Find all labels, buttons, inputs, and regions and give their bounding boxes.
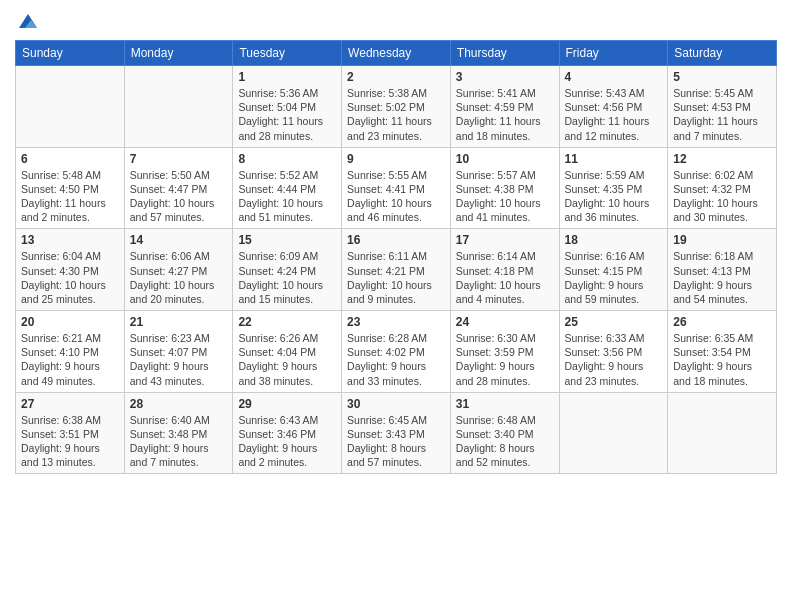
day-number: 27: [21, 397, 119, 411]
calendar-cell: [16, 66, 125, 148]
weekday-header-monday: Monday: [124, 41, 233, 66]
calendar-cell: 16Sunrise: 6:11 AMSunset: 4:21 PMDayligh…: [342, 229, 451, 311]
day-detail: Sunrise: 5:36 AMSunset: 5:04 PMDaylight:…: [238, 86, 336, 143]
day-number: 9: [347, 152, 445, 166]
page-header: [15, 10, 777, 32]
calendar-cell: [559, 392, 668, 474]
weekday-header-friday: Friday: [559, 41, 668, 66]
day-detail: Sunrise: 5:38 AMSunset: 5:02 PMDaylight:…: [347, 86, 445, 143]
day-number: 13: [21, 233, 119, 247]
calendar-cell: 31Sunrise: 6:48 AMSunset: 3:40 PMDayligh…: [450, 392, 559, 474]
day-detail: Sunrise: 6:21 AMSunset: 4:10 PMDaylight:…: [21, 331, 119, 388]
calendar-cell: 17Sunrise: 6:14 AMSunset: 4:18 PMDayligh…: [450, 229, 559, 311]
calendar-cell: 6Sunrise: 5:48 AMSunset: 4:50 PMDaylight…: [16, 147, 125, 229]
day-detail: Sunrise: 6:35 AMSunset: 3:54 PMDaylight:…: [673, 331, 771, 388]
calendar-cell: 27Sunrise: 6:38 AMSunset: 3:51 PMDayligh…: [16, 392, 125, 474]
day-number: 24: [456, 315, 554, 329]
day-detail: Sunrise: 5:55 AMSunset: 4:41 PMDaylight:…: [347, 168, 445, 225]
calendar-cell: 3Sunrise: 5:41 AMSunset: 4:59 PMDaylight…: [450, 66, 559, 148]
day-number: 4: [565, 70, 663, 84]
day-number: 20: [21, 315, 119, 329]
calendar-week-3: 13Sunrise: 6:04 AMSunset: 4:30 PMDayligh…: [16, 229, 777, 311]
calendar-cell: 22Sunrise: 6:26 AMSunset: 4:04 PMDayligh…: [233, 311, 342, 393]
calendar-cell: 28Sunrise: 6:40 AMSunset: 3:48 PMDayligh…: [124, 392, 233, 474]
calendar-cell: 2Sunrise: 5:38 AMSunset: 5:02 PMDaylight…: [342, 66, 451, 148]
calendar-cell: 23Sunrise: 6:28 AMSunset: 4:02 PMDayligh…: [342, 311, 451, 393]
day-number: 7: [130, 152, 228, 166]
day-number: 10: [456, 152, 554, 166]
day-number: 8: [238, 152, 336, 166]
calendar-cell: 8Sunrise: 5:52 AMSunset: 4:44 PMDaylight…: [233, 147, 342, 229]
calendar-cell: 29Sunrise: 6:43 AMSunset: 3:46 PMDayligh…: [233, 392, 342, 474]
calendar-cell: 1Sunrise: 5:36 AMSunset: 5:04 PMDaylight…: [233, 66, 342, 148]
day-detail: Sunrise: 6:48 AMSunset: 3:40 PMDaylight:…: [456, 413, 554, 470]
calendar-cell: 9Sunrise: 5:55 AMSunset: 4:41 PMDaylight…: [342, 147, 451, 229]
day-number: 6: [21, 152, 119, 166]
day-number: 16: [347, 233, 445, 247]
day-number: 28: [130, 397, 228, 411]
day-detail: Sunrise: 5:52 AMSunset: 4:44 PMDaylight:…: [238, 168, 336, 225]
calendar-week-2: 6Sunrise: 5:48 AMSunset: 4:50 PMDaylight…: [16, 147, 777, 229]
calendar-cell: 11Sunrise: 5:59 AMSunset: 4:35 PMDayligh…: [559, 147, 668, 229]
day-detail: Sunrise: 6:43 AMSunset: 3:46 PMDaylight:…: [238, 413, 336, 470]
day-number: 22: [238, 315, 336, 329]
day-detail: Sunrise: 5:41 AMSunset: 4:59 PMDaylight:…: [456, 86, 554, 143]
weekday-header-wednesday: Wednesday: [342, 41, 451, 66]
calendar-cell: [124, 66, 233, 148]
calendar-cell: [668, 392, 777, 474]
day-number: 31: [456, 397, 554, 411]
day-number: 3: [456, 70, 554, 84]
day-detail: Sunrise: 6:04 AMSunset: 4:30 PMDaylight:…: [21, 249, 119, 306]
calendar-week-1: 1Sunrise: 5:36 AMSunset: 5:04 PMDaylight…: [16, 66, 777, 148]
calendar-cell: 15Sunrise: 6:09 AMSunset: 4:24 PMDayligh…: [233, 229, 342, 311]
weekday-row: SundayMondayTuesdayWednesdayThursdayFrid…: [16, 41, 777, 66]
weekday-header-tuesday: Tuesday: [233, 41, 342, 66]
calendar-cell: 14Sunrise: 6:06 AMSunset: 4:27 PMDayligh…: [124, 229, 233, 311]
calendar-cell: 21Sunrise: 6:23 AMSunset: 4:07 PMDayligh…: [124, 311, 233, 393]
calendar-cell: 10Sunrise: 5:57 AMSunset: 4:38 PMDayligh…: [450, 147, 559, 229]
page-container: SundayMondayTuesdayWednesdayThursdayFrid…: [0, 0, 792, 484]
day-number: 14: [130, 233, 228, 247]
day-number: 29: [238, 397, 336, 411]
calendar-cell: 25Sunrise: 6:33 AMSunset: 3:56 PMDayligh…: [559, 311, 668, 393]
weekday-header-sunday: Sunday: [16, 41, 125, 66]
calendar-cell: 19Sunrise: 6:18 AMSunset: 4:13 PMDayligh…: [668, 229, 777, 311]
calendar-cell: 12Sunrise: 6:02 AMSunset: 4:32 PMDayligh…: [668, 147, 777, 229]
day-number: 11: [565, 152, 663, 166]
calendar-body: 1Sunrise: 5:36 AMSunset: 5:04 PMDaylight…: [16, 66, 777, 474]
day-detail: Sunrise: 6:11 AMSunset: 4:21 PMDaylight:…: [347, 249, 445, 306]
day-detail: Sunrise: 5:43 AMSunset: 4:56 PMDaylight:…: [565, 86, 663, 143]
calendar-cell: 30Sunrise: 6:45 AMSunset: 3:43 PMDayligh…: [342, 392, 451, 474]
day-detail: Sunrise: 6:16 AMSunset: 4:15 PMDaylight:…: [565, 249, 663, 306]
calendar-cell: 18Sunrise: 6:16 AMSunset: 4:15 PMDayligh…: [559, 229, 668, 311]
day-detail: Sunrise: 6:40 AMSunset: 3:48 PMDaylight:…: [130, 413, 228, 470]
day-number: 2: [347, 70, 445, 84]
weekday-header-thursday: Thursday: [450, 41, 559, 66]
calendar-week-4: 20Sunrise: 6:21 AMSunset: 4:10 PMDayligh…: [16, 311, 777, 393]
day-detail: Sunrise: 6:26 AMSunset: 4:04 PMDaylight:…: [238, 331, 336, 388]
calendar-header: SundayMondayTuesdayWednesdayThursdayFrid…: [16, 41, 777, 66]
day-detail: Sunrise: 6:18 AMSunset: 4:13 PMDaylight:…: [673, 249, 771, 306]
day-detail: Sunrise: 6:28 AMSunset: 4:02 PMDaylight:…: [347, 331, 445, 388]
day-detail: Sunrise: 6:23 AMSunset: 4:07 PMDaylight:…: [130, 331, 228, 388]
day-number: 5: [673, 70, 771, 84]
day-detail: Sunrise: 6:30 AMSunset: 3:59 PMDaylight:…: [456, 331, 554, 388]
day-number: 17: [456, 233, 554, 247]
day-detail: Sunrise: 5:48 AMSunset: 4:50 PMDaylight:…: [21, 168, 119, 225]
day-number: 23: [347, 315, 445, 329]
day-number: 19: [673, 233, 771, 247]
day-number: 15: [238, 233, 336, 247]
logo: [15, 10, 39, 32]
calendar-week-5: 27Sunrise: 6:38 AMSunset: 3:51 PMDayligh…: [16, 392, 777, 474]
day-detail: Sunrise: 6:14 AMSunset: 4:18 PMDaylight:…: [456, 249, 554, 306]
logo-icon: [17, 10, 39, 32]
day-number: 25: [565, 315, 663, 329]
calendar-cell: 13Sunrise: 6:04 AMSunset: 4:30 PMDayligh…: [16, 229, 125, 311]
day-detail: Sunrise: 6:38 AMSunset: 3:51 PMDaylight:…: [21, 413, 119, 470]
day-number: 30: [347, 397, 445, 411]
day-detail: Sunrise: 5:57 AMSunset: 4:38 PMDaylight:…: [456, 168, 554, 225]
day-detail: Sunrise: 6:02 AMSunset: 4:32 PMDaylight:…: [673, 168, 771, 225]
day-number: 21: [130, 315, 228, 329]
day-number: 1: [238, 70, 336, 84]
day-detail: Sunrise: 6:33 AMSunset: 3:56 PMDaylight:…: [565, 331, 663, 388]
